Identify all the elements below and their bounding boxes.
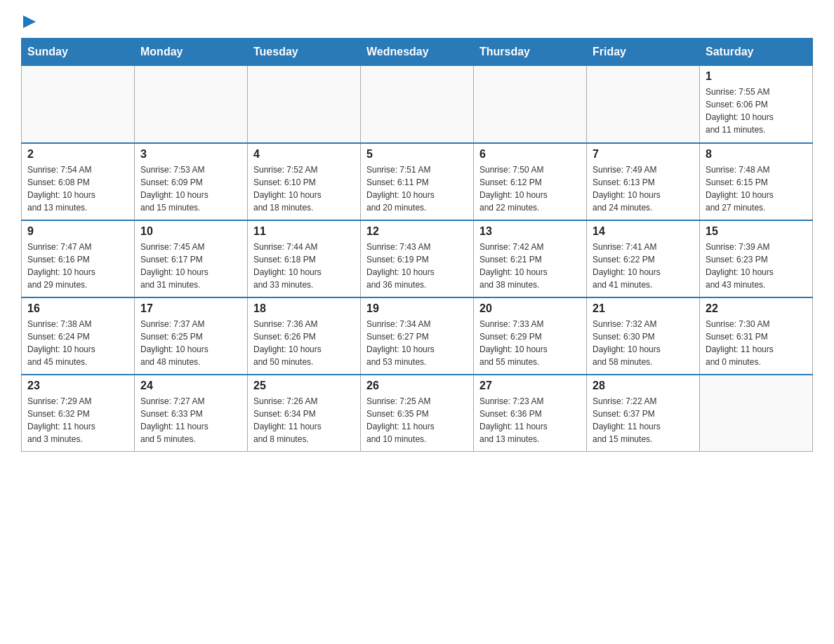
day-info: Sunrise: 7:34 AM Sunset: 6:27 PM Dayligh…	[366, 318, 468, 368]
calendar-cell: 21Sunrise: 7:32 AM Sunset: 6:30 PM Dayli…	[587, 297, 700, 375]
day-number: 6	[479, 148, 581, 161]
calendar-cell: 28Sunrise: 7:22 AM Sunset: 6:37 PM Dayli…	[587, 375, 700, 452]
day-info: Sunrise: 7:53 AM Sunset: 6:09 PM Dayligh…	[140, 163, 241, 214]
day-info: Sunrise: 7:27 AM Sunset: 6:33 PM Dayligh…	[140, 395, 241, 445]
logo-flag-icon	[22, 14, 37, 29]
day-info: Sunrise: 7:38 AM Sunset: 6:24 PM Dayligh…	[27, 318, 128, 368]
day-number: 8	[706, 148, 807, 161]
day-info: Sunrise: 7:22 AM Sunset: 6:37 PM Dayligh…	[593, 395, 694, 445]
day-number: 12	[366, 225, 468, 238]
calendar-week-5: 23Sunrise: 7:29 AM Sunset: 6:32 PM Dayli…	[22, 375, 813, 452]
day-info: Sunrise: 7:49 AM Sunset: 6:13 PM Dayligh…	[593, 163, 694, 214]
calendar-cell: 27Sunrise: 7:23 AM Sunset: 6:36 PM Dayli…	[474, 375, 587, 452]
day-info: Sunrise: 7:26 AM Sunset: 6:34 PM Dayligh…	[253, 395, 355, 445]
calendar-cell	[587, 66, 700, 143]
day-number: 27	[479, 380, 581, 392]
day-info: Sunrise: 7:32 AM Sunset: 6:30 PM Dayligh…	[593, 318, 694, 368]
calendar-cell: 8Sunrise: 7:48 AM Sunset: 6:15 PM Daylig…	[700, 143, 813, 220]
weekday-header-monday: Monday	[135, 39, 248, 66]
calendar-cell: 18Sunrise: 7:36 AM Sunset: 6:26 PM Dayli…	[248, 297, 361, 375]
weekday-header-wednesday: Wednesday	[361, 39, 474, 66]
day-number: 16	[27, 302, 128, 315]
calendar-cell: 22Sunrise: 7:30 AM Sunset: 6:31 PM Dayli…	[700, 297, 813, 375]
calendar-cell: 15Sunrise: 7:39 AM Sunset: 6:23 PM Dayli…	[700, 220, 813, 297]
calendar-cell: 1Sunrise: 7:55 AM Sunset: 6:06 PM Daylig…	[700, 66, 813, 143]
svg-marker-0	[23, 15, 36, 28]
calendar: SundayMondayTuesdayWednesdayThursdayFrid…	[21, 38, 813, 452]
calendar-week-3: 9Sunrise: 7:47 AM Sunset: 6:16 PM Daylig…	[22, 220, 813, 297]
day-number: 3	[140, 148, 241, 161]
calendar-week-4: 16Sunrise: 7:38 AM Sunset: 6:24 PM Dayli…	[22, 297, 813, 375]
day-info: Sunrise: 7:41 AM Sunset: 6:22 PM Dayligh…	[593, 241, 694, 291]
calendar-cell: 9Sunrise: 7:47 AM Sunset: 6:16 PM Daylig…	[22, 220, 135, 297]
calendar-cell	[474, 66, 587, 143]
calendar-cell: 3Sunrise: 7:53 AM Sunset: 6:09 PM Daylig…	[135, 143, 248, 220]
page-header	[21, 14, 813, 31]
day-info: Sunrise: 7:36 AM Sunset: 6:26 PM Dayligh…	[253, 318, 355, 368]
calendar-cell: 24Sunrise: 7:27 AM Sunset: 6:33 PM Dayli…	[135, 375, 248, 452]
day-number: 21	[593, 302, 694, 315]
calendar-cell	[22, 66, 135, 143]
day-number: 7	[593, 148, 694, 161]
calendar-cell: 23Sunrise: 7:29 AM Sunset: 6:32 PM Dayli…	[22, 375, 135, 452]
calendar-cell: 16Sunrise: 7:38 AM Sunset: 6:24 PM Dayli…	[22, 297, 135, 375]
weekday-header-friday: Friday	[587, 39, 700, 66]
calendar-cell: 11Sunrise: 7:44 AM Sunset: 6:18 PM Dayli…	[248, 220, 361, 297]
day-info: Sunrise: 7:30 AM Sunset: 6:31 PM Dayligh…	[706, 318, 807, 368]
day-info: Sunrise: 7:25 AM Sunset: 6:35 PM Dayligh…	[366, 395, 468, 445]
weekday-header-tuesday: Tuesday	[248, 39, 361, 66]
day-number: 18	[253, 302, 355, 315]
day-info: Sunrise: 7:42 AM Sunset: 6:21 PM Dayligh…	[479, 241, 581, 291]
day-info: Sunrise: 7:45 AM Sunset: 6:17 PM Dayligh…	[140, 241, 241, 291]
day-number: 1	[706, 70, 807, 83]
calendar-cell: 20Sunrise: 7:33 AM Sunset: 6:29 PM Dayli…	[474, 297, 587, 375]
day-number: 17	[140, 302, 241, 315]
day-info: Sunrise: 7:51 AM Sunset: 6:11 PM Dayligh…	[366, 163, 468, 214]
calendar-cell: 2Sunrise: 7:54 AM Sunset: 6:08 PM Daylig…	[22, 143, 135, 220]
day-info: Sunrise: 7:47 AM Sunset: 6:16 PM Dayligh…	[27, 241, 128, 291]
calendar-cell	[700, 375, 813, 452]
day-number: 28	[593, 380, 694, 392]
day-number: 5	[366, 148, 468, 161]
calendar-cell: 4Sunrise: 7:52 AM Sunset: 6:10 PM Daylig…	[248, 143, 361, 220]
day-info: Sunrise: 7:23 AM Sunset: 6:36 PM Dayligh…	[479, 395, 581, 445]
day-number: 14	[593, 225, 694, 238]
calendar-cell: 7Sunrise: 7:49 AM Sunset: 6:13 PM Daylig…	[587, 143, 700, 220]
calendar-cell: 6Sunrise: 7:50 AM Sunset: 6:12 PM Daylig…	[474, 143, 587, 220]
calendar-cell: 14Sunrise: 7:41 AM Sunset: 6:22 PM Dayli…	[587, 220, 700, 297]
calendar-cell: 25Sunrise: 7:26 AM Sunset: 6:34 PM Dayli…	[248, 375, 361, 452]
day-info: Sunrise: 7:37 AM Sunset: 6:25 PM Dayligh…	[140, 318, 241, 368]
calendar-week-2: 2Sunrise: 7:54 AM Sunset: 6:08 PM Daylig…	[22, 143, 813, 220]
calendar-cell	[248, 66, 361, 143]
day-info: Sunrise: 7:55 AM Sunset: 6:06 PM Dayligh…	[706, 86, 807, 136]
day-number: 10	[140, 225, 241, 238]
day-number: 25	[253, 380, 355, 392]
day-number: 13	[479, 225, 581, 238]
day-info: Sunrise: 7:29 AM Sunset: 6:32 PM Dayligh…	[27, 395, 128, 445]
day-info: Sunrise: 7:44 AM Sunset: 6:18 PM Dayligh…	[253, 241, 355, 291]
day-number: 2	[27, 148, 128, 161]
day-info: Sunrise: 7:48 AM Sunset: 6:15 PM Dayligh…	[706, 163, 807, 214]
day-number: 15	[706, 225, 807, 238]
weekday-header-sunday: Sunday	[22, 39, 135, 66]
day-number: 19	[366, 302, 468, 315]
day-number: 20	[479, 302, 581, 315]
calendar-cell: 17Sunrise: 7:37 AM Sunset: 6:25 PM Dayli…	[135, 297, 248, 375]
calendar-cell: 26Sunrise: 7:25 AM Sunset: 6:35 PM Dayli…	[361, 375, 474, 452]
weekday-header-thursday: Thursday	[474, 39, 587, 66]
day-info: Sunrise: 7:39 AM Sunset: 6:23 PM Dayligh…	[706, 241, 807, 291]
logo	[21, 14, 37, 31]
day-number: 11	[253, 225, 355, 238]
day-info: Sunrise: 7:33 AM Sunset: 6:29 PM Dayligh…	[479, 318, 581, 368]
calendar-cell: 19Sunrise: 7:34 AM Sunset: 6:27 PM Dayli…	[361, 297, 474, 375]
calendar-cell: 5Sunrise: 7:51 AM Sunset: 6:11 PM Daylig…	[361, 143, 474, 220]
calendar-cell: 13Sunrise: 7:42 AM Sunset: 6:21 PM Dayli…	[474, 220, 587, 297]
calendar-cell	[361, 66, 474, 143]
calendar-cell: 10Sunrise: 7:45 AM Sunset: 6:17 PM Dayli…	[135, 220, 248, 297]
day-info: Sunrise: 7:50 AM Sunset: 6:12 PM Dayligh…	[479, 163, 581, 214]
day-number: 26	[366, 380, 468, 392]
calendar-cell: 12Sunrise: 7:43 AM Sunset: 6:19 PM Dayli…	[361, 220, 474, 297]
day-number: 24	[140, 380, 241, 392]
day-info: Sunrise: 7:52 AM Sunset: 6:10 PM Dayligh…	[253, 163, 355, 214]
calendar-week-1: 1Sunrise: 7:55 AM Sunset: 6:06 PM Daylig…	[22, 66, 813, 143]
